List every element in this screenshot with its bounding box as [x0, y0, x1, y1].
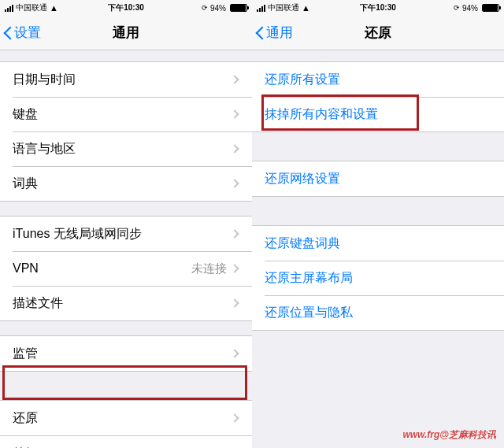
row-reset-location-privacy[interactable]: 还原位置与隐私: [252, 295, 504, 330]
lock-icon: ⟳: [454, 4, 460, 12]
back-button[interactable]: 设置: [0, 24, 41, 42]
carrier-label: 中国联通: [268, 2, 299, 13]
row-language-region[interactable]: 语言与地区: [0, 131, 252, 166]
content-area: 还原所有设置 抹掉所有内容和设置 还原网络设置 还原键盘词典 还原主屏幕布局 还…: [252, 50, 504, 448]
signal-icon: [5, 5, 13, 12]
navbar: 设置 通用: [0, 16, 252, 50]
chevron-left-icon: [3, 25, 13, 41]
row-vpn[interactable]: VPN未连接: [0, 251, 252, 286]
navbar: 通用 还原: [252, 16, 504, 50]
status-bar: 中国联通 ▲ 下午10:30 ⟳ 94%: [0, 0, 252, 16]
page-title: 通用: [113, 24, 139, 42]
phone-reset-menu: 中国联通 ▲ 下午10:30 ⟳ 94% 通用 还原 还原所有设置 抹掉所有内容…: [252, 0, 504, 448]
battery-icon: [482, 4, 499, 12]
chevron-right-icon: [230, 144, 239, 153]
chevron-right-icon: [230, 413, 239, 422]
chevron-right-icon: [230, 229, 239, 238]
battery-icon: [230, 4, 247, 12]
row-erase-all-content[interactable]: 抹掉所有内容和设置: [252, 97, 504, 131]
chevron-right-icon: [230, 109, 239, 118]
battery-pct: 94%: [210, 4, 226, 13]
battery-pct: 94%: [462, 4, 478, 13]
row-reset[interactable]: 还原: [0, 401, 252, 435]
row-dictionary[interactable]: 词典: [0, 166, 252, 201]
signal-icon: [257, 5, 265, 12]
time-label: 下午10:30: [108, 2, 144, 13]
row-reset-home-layout[interactable]: 还原主屏幕布局: [252, 261, 504, 295]
chevron-right-icon: [230, 179, 239, 187]
row-keyboard[interactable]: 键盘: [0, 97, 252, 131]
phone-general-settings: 中国联通 ▲ 下午10:30 ⟳ 94% 设置 通用 日期与时间 键盘 语言与地…: [0, 0, 252, 448]
status-bar: 中国联通 ▲ 下午10:30 ⟳ 94%: [252, 0, 504, 16]
row-profiles[interactable]: 描述文件: [0, 286, 252, 320]
row-shutdown[interactable]: 关机: [0, 436, 252, 448]
chevron-right-icon: [230, 298, 239, 307]
wifi-icon: ▲: [302, 3, 310, 13]
chevron-right-icon: [230, 75, 239, 83]
row-itunes-wifi-sync[interactable]: iTunes 无线局域网同步: [0, 217, 252, 251]
chevron-left-icon: [255, 25, 265, 41]
row-reset-all-settings[interactable]: 还原所有设置: [252, 62, 504, 97]
carrier-label: 中国联通: [16, 2, 47, 13]
content-area: 日期与时间 键盘 语言与地区 词典 iTunes 无线局域网同步 VPN未连接 …: [0, 50, 252, 448]
lock-icon: ⟳: [202, 4, 208, 12]
row-supervision[interactable]: 监管: [0, 336, 252, 371]
watermark-text: www.frg@芝麻科技讯: [402, 428, 496, 442]
chevron-right-icon: [230, 349, 239, 357]
chevron-right-icon: [230, 264, 239, 272]
row-date-time[interactable]: 日期与时间: [0, 62, 252, 97]
time-label: 下午10:30: [360, 2, 396, 13]
page-title: 还原: [365, 24, 391, 42]
row-reset-network[interactable]: 还原网络设置: [252, 161, 504, 196]
vpn-status: 未连接: [191, 261, 227, 276]
back-label: 设置: [14, 24, 41, 42]
row-reset-keyboard-dict[interactable]: 还原键盘词典: [252, 226, 504, 261]
back-button[interactable]: 通用: [252, 24, 293, 42]
wifi-icon: ▲: [50, 3, 58, 13]
back-label: 通用: [266, 24, 293, 42]
